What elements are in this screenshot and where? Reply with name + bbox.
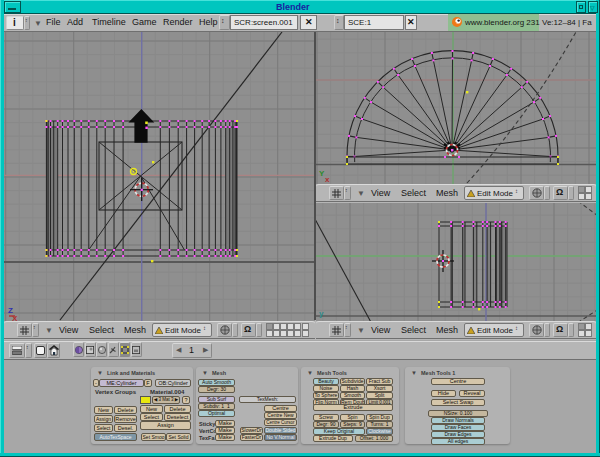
svg-text:y: y	[319, 309, 324, 318]
svg-text:x: x	[325, 175, 330, 184]
svg-text:X: X	[12, 314, 18, 321]
